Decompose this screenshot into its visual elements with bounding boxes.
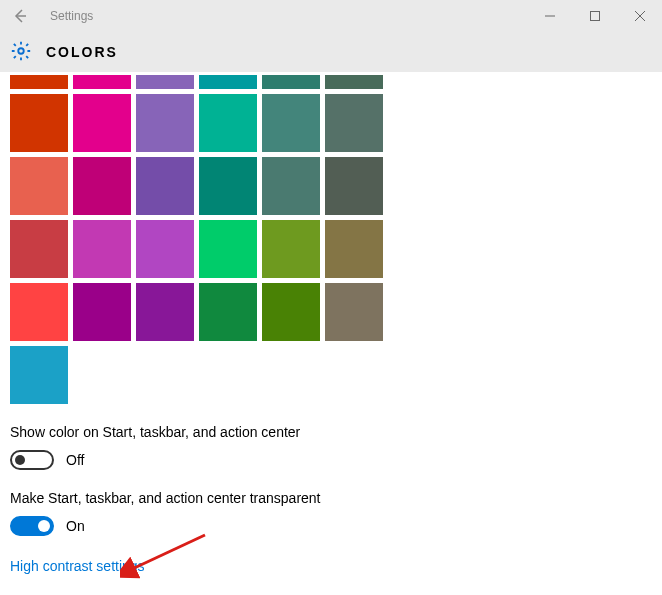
high-contrast-link[interactable]: High contrast settings [10,558,145,574]
color-swatch[interactable] [262,283,320,341]
show-color-label: Show color on Start, taskbar, and action… [10,424,652,440]
color-swatch[interactable] [199,220,257,278]
color-swatch[interactable] [136,157,194,215]
color-swatch[interactable] [136,283,194,341]
color-swatch[interactable] [73,283,131,341]
color-swatch[interactable] [199,283,257,341]
maximize-button[interactable] [572,0,617,32]
color-swatch[interactable] [10,75,68,89]
window-controls [527,0,662,32]
arrow-left-icon [12,8,28,24]
show-color-toggle-row: Off [10,450,652,470]
color-swatch[interactable] [325,283,383,341]
show-color-toggle[interactable] [10,450,54,470]
page-title: COLORS [46,44,118,60]
color-swatch[interactable] [199,157,257,215]
page-header: COLORS [0,32,662,72]
color-swatch[interactable] [325,75,383,89]
color-swatch[interactable] [325,157,383,215]
transparent-toggle[interactable] [10,516,54,536]
transparent-label: Make Start, taskbar, and action center t… [10,490,652,506]
color-swatch[interactable] [262,94,320,152]
minimize-icon [545,11,555,21]
color-swatch[interactable] [325,220,383,278]
back-button[interactable] [0,0,40,32]
gear-icon [10,40,32,65]
show-color-state: Off [66,452,84,468]
color-swatch[interactable] [10,220,68,278]
color-swatch[interactable] [325,94,383,152]
minimize-button[interactable] [527,0,572,32]
color-swatch[interactable] [136,75,194,89]
titlebar: Settings [0,0,662,32]
color-swatch[interactable] [73,220,131,278]
color-swatch[interactable] [262,157,320,215]
color-swatch[interactable] [199,94,257,152]
color-swatch[interactable] [10,283,68,341]
transparent-toggle-row: On [10,516,652,536]
color-swatch[interactable] [199,75,257,89]
color-swatch[interactable] [262,220,320,278]
color-swatch[interactable] [262,75,320,89]
color-swatch[interactable] [10,94,68,152]
color-swatch[interactable] [136,220,194,278]
transparent-state: On [66,518,85,534]
color-swatch[interactable] [136,94,194,152]
svg-rect-1 [590,12,599,21]
color-swatch[interactable] [73,75,131,89]
color-swatch[interactable] [73,157,131,215]
app-title: Settings [50,9,93,23]
content-area: Show color on Start, taskbar, and action… [0,75,662,584]
color-swatch[interactable] [10,157,68,215]
color-grid [10,94,410,404]
color-swatch[interactable] [73,94,131,152]
color-swatch[interactable] [10,346,68,404]
color-grid-partial-row [10,75,410,89]
close-button[interactable] [617,0,662,32]
maximize-icon [590,11,600,21]
svg-point-4 [18,48,24,54]
close-icon [635,11,645,21]
